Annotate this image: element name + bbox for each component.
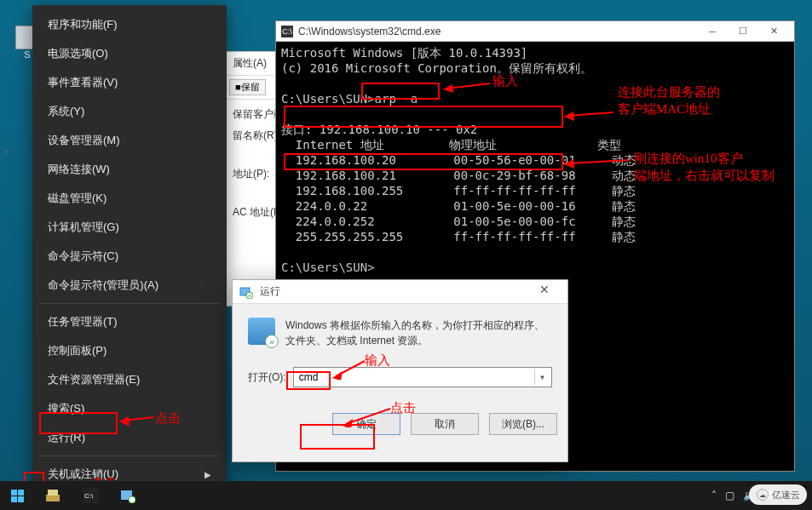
menu-item-system[interactable]: 系统(Y) xyxy=(32,97,227,126)
svg-point-20 xyxy=(129,496,135,503)
winx-context-menu: 程序和功能(F) 电源选项(O) 事件查看器(V) 系统(Y) 设备管理器(M)… xyxy=(32,5,227,510)
run-big-icon xyxy=(248,318,275,345)
minimize-button[interactable]: ─ xyxy=(697,23,728,40)
svg-rect-16 xyxy=(48,490,58,496)
open-label: 打开(O): xyxy=(248,370,286,385)
menu-item-programs[interactable]: 程序和功能(F) xyxy=(32,10,227,39)
ok-button[interactable]: 确定 xyxy=(332,413,400,435)
run-icon: » xyxy=(239,285,253,299)
menu-item-explorer[interactable]: 文件资源管理器(E) xyxy=(32,365,227,394)
svg-text:C:\: C:\ xyxy=(84,492,94,500)
start-button[interactable] xyxy=(0,481,34,510)
menu-item-control-panel[interactable]: 控制面板(P) xyxy=(32,336,227,365)
dropdown-icon[interactable]: ▼ xyxy=(534,370,550,385)
menu-item-power-options[interactable]: 电源选项(O) xyxy=(32,39,227,68)
tab-label[interactable]: 属性(A) xyxy=(233,57,267,69)
run-input[interactable]: cmd ▼ xyxy=(293,367,552,387)
scroll-marker: × xyxy=(3,146,15,158)
run-dialog: » 运行 ✕ Windows 将根据你所输入的名称，为你打开相应的程序、文件夹、… xyxy=(232,279,568,462)
cmd-icon: C:\ xyxy=(281,26,293,37)
menu-item-disk-management[interactable]: 磁盘管理(K) xyxy=(32,184,227,213)
cloud-icon: ☁ xyxy=(757,489,769,501)
menu-item-computer-management[interactable]: 计算机管理(G) xyxy=(32,213,227,242)
taskbar: C:\ ˄ ▢ 🔉 英 13:59 201 xyxy=(0,481,812,510)
run-titlebar[interactable]: » 运行 ✕ xyxy=(233,280,567,304)
chevron-right-icon: ▶ xyxy=(204,470,211,479)
menu-item-event-viewer[interactable]: 事件查看器(V) xyxy=(32,68,227,97)
menu-item-task-manager[interactable]: 任务管理器(T) xyxy=(32,307,227,336)
menu-separator xyxy=(39,456,220,456)
run-input-value: cmd xyxy=(299,371,319,383)
cancel-button[interactable]: 取消 xyxy=(411,413,479,435)
windows-logo-icon xyxy=(11,490,24,502)
svg-text:»: » xyxy=(248,293,251,299)
run-description: Windows 将根据你所输入的名称，为你打开相应的程序、文件夹、文档或 Int… xyxy=(285,318,552,348)
close-button[interactable]: ✕ xyxy=(758,23,789,40)
menu-item-run[interactable]: 运行(R) xyxy=(32,423,227,452)
menu-item-network-connections[interactable]: 网络连接(W) xyxy=(32,155,227,184)
toolbar-button[interactable]: ■保留 xyxy=(229,79,266,95)
watermark: ☁ 亿速云 xyxy=(749,484,807,505)
taskbar-app-cmd[interactable]: C:\ xyxy=(72,481,109,510)
menu-item-cmd[interactable]: 命令提示符(C) xyxy=(32,242,227,271)
close-button[interactable]: ✕ xyxy=(528,283,561,301)
menu-separator xyxy=(39,303,220,304)
maximize-button[interactable]: ☐ xyxy=(728,23,758,40)
cmd-title-text: C:\Windows\system32\cmd.exe xyxy=(298,26,697,37)
taskbar-app-run[interactable] xyxy=(109,481,147,510)
cmd-titlebar[interactable]: C:\ C:\Windows\system32\cmd.exe ─ ☐ ✕ xyxy=(276,21,794,42)
menu-item-search[interactable]: 搜索(S) xyxy=(32,394,227,423)
svg-rect-15 xyxy=(46,495,60,501)
menu-item-cmd-admin[interactable]: 命令提示符(管理员)(A) xyxy=(32,271,227,300)
tray-chevron-icon[interactable]: ˄ xyxy=(711,490,717,501)
menu-item-device-manager[interactable]: 设备管理器(M) xyxy=(32,126,227,155)
browse-button[interactable]: 浏览(B)... xyxy=(489,413,557,435)
run-title-text: 运行 xyxy=(260,284,528,299)
network-icon[interactable]: ▢ xyxy=(725,490,734,501)
taskbar-app-dhcp[interactable] xyxy=(34,481,72,510)
